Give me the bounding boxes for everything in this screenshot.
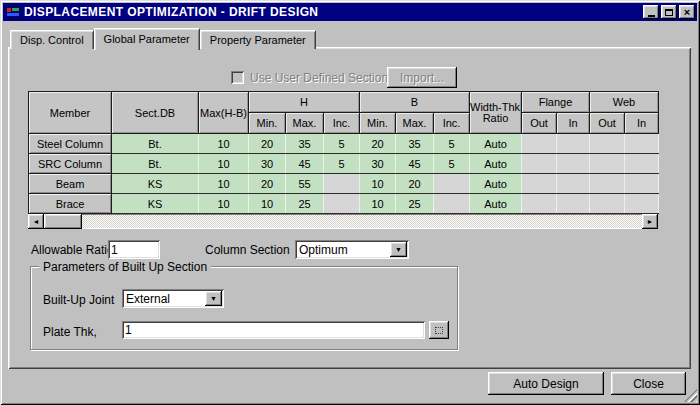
scroll-left-button[interactable]: ◄ xyxy=(28,214,44,229)
table-row: SRC Column Bt. 10 30 45 5 30 45 5 Auto xyxy=(29,154,659,174)
use-user-defined-section-label: Use User Defined Section xyxy=(250,71,388,85)
grid-cell[interactable]: KS xyxy=(112,174,199,194)
grid-cell xyxy=(625,174,659,194)
table-row: Steel Column Bt. 10 20 35 5 20 35 5 Auto xyxy=(29,134,659,154)
column-header-b-max: Max. xyxy=(396,113,434,134)
grid-cell[interactable]: 55 xyxy=(286,174,324,194)
column-header-h-max: Max. xyxy=(286,113,324,134)
use-user-defined-section-checkbox[interactable] xyxy=(231,71,244,84)
grid-cell xyxy=(557,194,590,214)
close-icon: × xyxy=(684,7,690,18)
plate-thk-browse-button[interactable] xyxy=(429,321,449,339)
app-icon[interactable] xyxy=(6,6,21,19)
grid-cell xyxy=(557,134,590,154)
minimize-button[interactable] xyxy=(643,5,659,19)
minimize-icon xyxy=(648,15,655,17)
column-section-dropdown-button[interactable]: ▼ xyxy=(390,242,407,257)
grid-cell[interactable]: Auto xyxy=(470,194,522,214)
column-header-b-min: Min. xyxy=(360,113,396,134)
tab-property-parameter[interactable]: Property Parameter xyxy=(200,30,316,49)
column-section-dropdown[interactable]: Optimum ▼ xyxy=(295,240,409,259)
grid-cell[interactable]: 5 xyxy=(434,134,470,154)
grid-cell xyxy=(434,174,470,194)
ratio-header-line1: Width-Thk. xyxy=(470,102,521,113)
grid-cell[interactable]: 10 xyxy=(199,194,249,214)
grid-cell[interactable]: 5 xyxy=(324,154,360,174)
grid-cell[interactable]: 25 xyxy=(396,194,434,214)
grid-cell[interactable]: 5 xyxy=(434,154,470,174)
grid-cell[interactable]: Auto xyxy=(470,174,522,194)
plate-thk-input[interactable] xyxy=(122,321,425,339)
tab-panel: Use User Defined Section Import... Membe… xyxy=(8,47,691,369)
grid-cell[interactable]: 35 xyxy=(396,134,434,154)
grid-cell xyxy=(434,194,470,214)
table-horizontal-scrollbar[interactable]: ◄ ► xyxy=(28,214,658,229)
column-header-h-inc: Inc. xyxy=(324,113,360,134)
column-header-b-group: B xyxy=(360,92,470,113)
grid-cell xyxy=(590,194,625,214)
title-bar: DISPLACEMENT OPTIMIZATION - DRIFT DESIGN… xyxy=(3,3,697,21)
close-button[interactable]: × xyxy=(679,5,695,19)
grid-cell xyxy=(625,194,659,214)
column-header-h-min: Min. xyxy=(249,113,286,134)
dialog-window: DISPLACEMENT OPTIMIZATION - DRIFT DESIGN… xyxy=(0,0,700,405)
grid-cell[interactable]: 10 xyxy=(360,174,396,194)
grid-cell[interactable]: 30 xyxy=(360,154,396,174)
chevron-down-icon: ▼ xyxy=(395,246,402,253)
tab-disp-control[interactable]: Disp. Control xyxy=(10,30,94,49)
grid-cell[interactable]: 45 xyxy=(396,154,434,174)
grid-cell[interactable]: Auto xyxy=(470,154,522,174)
allowable-ratio-input[interactable] xyxy=(108,240,160,259)
column-header-h-group: H xyxy=(249,92,360,113)
grid-cell[interactable]: 45 xyxy=(286,154,324,174)
grid-cell xyxy=(324,194,360,214)
column-section-value: Optimum xyxy=(295,240,390,259)
built-up-joint-dropdown[interactable]: External ▼ xyxy=(122,289,224,308)
row-header-cell[interactable]: Brace xyxy=(29,194,112,214)
grid-cell[interactable]: Auto xyxy=(470,134,522,154)
user-defined-section-row: Use User Defined Section Import... xyxy=(8,66,691,88)
plate-thk-label: Plate Thk, xyxy=(43,325,97,339)
chevron-down-icon: ▼ xyxy=(210,295,217,302)
parameter-grid: Member Sect.DB Max(H-B) H B Width-Thk. R… xyxy=(28,91,659,214)
grid-cell xyxy=(590,134,625,154)
grid-cell[interactable]: 10 xyxy=(249,194,286,214)
maximize-button[interactable] xyxy=(661,5,677,19)
ratio-header-line2: Ratio xyxy=(470,113,521,124)
grid-cell[interactable]: 10 xyxy=(199,174,249,194)
import-button[interactable]: Import... xyxy=(387,67,457,88)
grid-cell[interactable]: 20 xyxy=(249,134,286,154)
scroll-right-button[interactable]: ► xyxy=(642,214,658,229)
grid-cell[interactable]: 20 xyxy=(249,174,286,194)
grid-cell[interactable]: 25 xyxy=(286,194,324,214)
grid-cell[interactable]: 5 xyxy=(324,134,360,154)
window-title: DISPLACEMENT OPTIMIZATION - DRIFT DESIGN xyxy=(24,5,639,19)
built-up-joint-dropdown-button[interactable]: ▼ xyxy=(205,291,222,306)
column-header-max-hb: Max(H-B) xyxy=(199,92,249,134)
column-header-width-thk-ratio: Width-Thk. Ratio xyxy=(470,92,522,134)
row-header-cell[interactable]: Beam xyxy=(29,174,112,194)
tab-global-parameter[interactable]: Global Parameter xyxy=(94,28,200,50)
column-header-member: Member xyxy=(29,92,112,134)
grid-cell[interactable]: 10 xyxy=(199,154,249,174)
auto-design-button[interactable]: Auto Design xyxy=(488,372,604,395)
grid-cell[interactable]: 20 xyxy=(360,134,396,154)
grid-cell[interactable]: 20 xyxy=(396,174,434,194)
row-header-cell[interactable]: SRC Column xyxy=(29,154,112,174)
built-up-section-group: Parameters of Built Up Section Built-Up … xyxy=(30,266,458,350)
grid-cell[interactable]: 10 xyxy=(360,194,396,214)
grid-cell xyxy=(590,154,625,174)
grid-cell xyxy=(625,134,659,154)
grid-cell[interactable]: 10 xyxy=(199,134,249,154)
grid-cell xyxy=(522,134,557,154)
grid-cell[interactable]: Bt. xyxy=(112,134,199,154)
grid-cell[interactable]: 35 xyxy=(286,134,324,154)
allowable-ratio-label: Allowable Ratio xyxy=(31,243,114,257)
grid-cell[interactable]: KS xyxy=(112,194,199,214)
close-dialog-button[interactable]: Close xyxy=(611,372,686,395)
row-header-cell[interactable]: Steel Column xyxy=(29,134,112,154)
grid-cell[interactable]: Bt. xyxy=(112,154,199,174)
scroll-left-icon: ◄ xyxy=(33,218,40,225)
scrollbar-thumb[interactable] xyxy=(44,214,82,229)
grid-cell[interactable]: 30 xyxy=(249,154,286,174)
